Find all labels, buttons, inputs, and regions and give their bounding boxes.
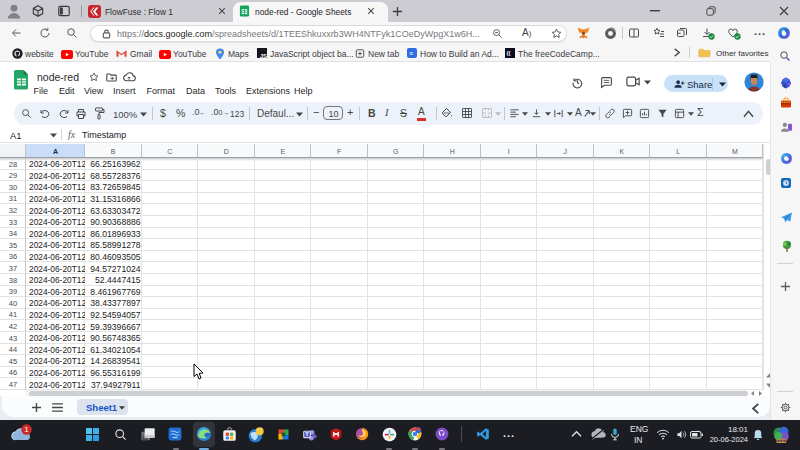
svg-text:1: 1 <box>24 425 29 434</box>
